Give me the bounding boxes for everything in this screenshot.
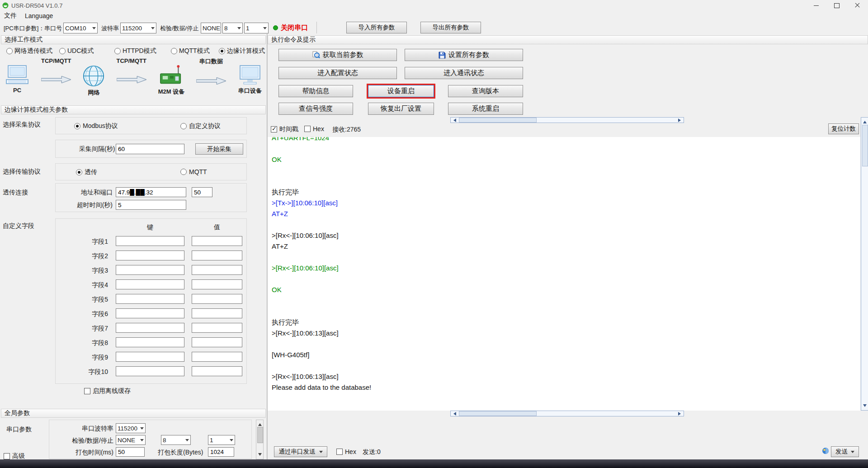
com-port-select[interactable]: COM10 xyxy=(63,23,98,33)
field-value-input[interactable] xyxy=(192,337,242,347)
scroll-up-icon[interactable] xyxy=(863,119,867,123)
field-value-input[interactable] xyxy=(192,279,242,289)
timestamp-option[interactable]: 时间戳 xyxy=(271,125,298,133)
work-mode-option[interactable]: 网络透传模式 xyxy=(6,47,52,55)
close-port-button[interactable]: 关闭串口 xyxy=(273,24,308,32)
field-key-input[interactable] xyxy=(116,352,184,362)
scrollbar-thumb[interactable] xyxy=(257,427,263,443)
offline-cache-checkbox[interactable] xyxy=(84,388,90,394)
field-key-input[interactable] xyxy=(116,265,184,275)
scroll-down-icon[interactable] xyxy=(863,404,867,409)
pack-time-input[interactable] xyxy=(116,447,145,457)
timeout-input[interactable] xyxy=(116,200,186,210)
field-value-input[interactable] xyxy=(192,251,242,260)
field-value-input[interactable] xyxy=(192,236,242,246)
custom-field-rows: 字段1 字段2 字段3 xyxy=(56,236,247,381)
export-params-button[interactable]: 导出所有参数 xyxy=(420,22,481,33)
field-key-input[interactable] xyxy=(116,294,184,304)
factory-reset-button[interactable]: 恢复出厂设置 xyxy=(368,103,434,115)
field-value-input[interactable] xyxy=(192,352,242,362)
field-value-input[interactable] xyxy=(192,265,242,275)
work-mode-option[interactable]: HTTPD模式 xyxy=(114,47,156,55)
work-mode-option[interactable]: UDC模式 xyxy=(59,47,94,55)
hex-checkbox[interactable] xyxy=(304,126,311,132)
databits-select[interactable]: 8 xyxy=(222,23,243,33)
hex-display-option[interactable]: Hex xyxy=(304,125,324,132)
work-mode-option[interactable]: MQTT模式 xyxy=(171,47,210,55)
field-value-input[interactable] xyxy=(192,366,242,376)
field-value-input[interactable] xyxy=(192,308,242,318)
global-baud-select[interactable]: 115200 xyxy=(116,423,146,433)
collect-protocol-label: 选择采集协议 xyxy=(3,121,41,129)
global-stopbits-select[interactable]: 1 xyxy=(208,435,235,445)
pack-time-label: 打包时间(ms) xyxy=(49,449,113,457)
timestamp-checkbox[interactable] xyxy=(271,126,277,132)
enter-comm-button[interactable]: 进入通讯状态 xyxy=(405,67,523,79)
set-params-button[interactable]: 设置所有参数 xyxy=(405,49,523,61)
field-key-input[interactable] xyxy=(116,323,184,333)
send-hex-checkbox[interactable] xyxy=(336,449,343,455)
minimize-button[interactable] xyxy=(806,0,826,11)
scroll-left-icon[interactable] xyxy=(452,412,456,416)
field-value-input[interactable] xyxy=(192,323,242,333)
start-collect-button[interactable]: 开始采集 xyxy=(195,143,243,155)
baud-select[interactable]: 115200 xyxy=(120,23,156,33)
send-hex-option[interactable]: Hex xyxy=(336,448,356,455)
enter-config-button[interactable]: 进入配置状态 xyxy=(278,67,397,79)
parity-select[interactable]: NONE xyxy=(201,23,221,33)
scroll-down-icon[interactable] xyxy=(258,453,262,458)
get-params-button[interactable]: 获取当前参数 xyxy=(278,49,397,61)
send-via-serial-button[interactable]: 通过串口发送 xyxy=(274,446,327,457)
field-value-input[interactable] xyxy=(192,294,242,304)
offline-cache-option[interactable]: 启用离线缓存 xyxy=(84,387,131,395)
import-params-button[interactable]: 导入所有参数 xyxy=(346,22,407,33)
query-version-button[interactable]: 查询版本 xyxy=(448,85,523,97)
menu-language[interactable]: Language xyxy=(25,12,53,19)
transfer-protocol-option[interactable]: MQTT xyxy=(180,168,207,175)
field-key-input[interactable] xyxy=(116,251,184,260)
menu-file[interactable]: 文件 xyxy=(4,12,17,20)
scroll-right-icon[interactable] xyxy=(678,118,683,122)
work-mode-option[interactable]: 边缘计算模式 xyxy=(219,47,265,55)
send-button[interactable]: 发送 xyxy=(831,446,859,457)
stopbits-select[interactable]: 1 xyxy=(244,23,269,33)
log-vertical-scrollbar[interactable] xyxy=(861,117,868,411)
system-restart-button[interactable]: 系统重启 xyxy=(448,103,523,115)
scrollbar-thumb[interactable] xyxy=(459,411,537,416)
global-serial-group: 串口波特率 115200 检验/数据/停止 NONE 8 1 打包时间(ms) … xyxy=(49,420,252,459)
scroll-right-icon[interactable] xyxy=(678,412,683,416)
collect-interval-group: 采集间隔(秒) 开始采集 xyxy=(55,140,247,158)
scrollbar-thumb[interactable] xyxy=(459,118,537,123)
scroll-up-icon[interactable] xyxy=(258,421,262,426)
log-bottom-scrollbar[interactable] xyxy=(450,411,684,416)
device-restart-button[interactable]: 设备重启 xyxy=(368,85,434,97)
field-key-input[interactable] xyxy=(116,279,184,289)
collect-protocol-option[interactable]: 自定义协议 xyxy=(180,122,221,130)
baud-label: 波特率 xyxy=(101,24,119,33)
reset-count-button[interactable]: 复位计数 xyxy=(828,123,859,134)
collect-interval-input[interactable] xyxy=(116,144,184,154)
maximize-button[interactable] xyxy=(826,0,847,11)
global-databits-select[interactable]: 8 xyxy=(161,435,191,445)
scroll-left-icon[interactable] xyxy=(452,118,456,122)
field-label: 字段9 xyxy=(56,354,108,362)
field-key-input[interactable] xyxy=(116,236,184,246)
collect-protocol-option[interactable]: Modbus协议 xyxy=(74,122,118,130)
field-key-input[interactable] xyxy=(116,337,184,347)
field-key-input[interactable] xyxy=(116,366,184,376)
close-button[interactable] xyxy=(847,0,868,11)
log-top-scrollbar[interactable] xyxy=(450,117,684,123)
query-signal-button[interactable]: 查信号强度 xyxy=(278,103,353,115)
field-key-input[interactable] xyxy=(116,308,184,318)
network-m2m-link: TCP/MQTT xyxy=(116,57,146,104)
transfer-protocol-option[interactable]: 透传 xyxy=(76,168,97,176)
global-params-scrollbar[interactable] xyxy=(256,420,264,459)
pack-len-input[interactable] xyxy=(208,447,234,457)
log-output[interactable]: AT+UARTFL=1024 OK 执行完毕 >[Tx->][10:06:10]… xyxy=(268,137,860,411)
advanced-checkbox[interactable] xyxy=(4,453,10,459)
global-parity-select[interactable]: NONE xyxy=(116,435,146,445)
address-input[interactable] xyxy=(116,187,186,197)
scrollbar-thumb[interactable] xyxy=(862,125,868,166)
help-info-button[interactable]: 帮助信息 xyxy=(278,85,353,97)
port-input[interactable] xyxy=(192,187,212,197)
